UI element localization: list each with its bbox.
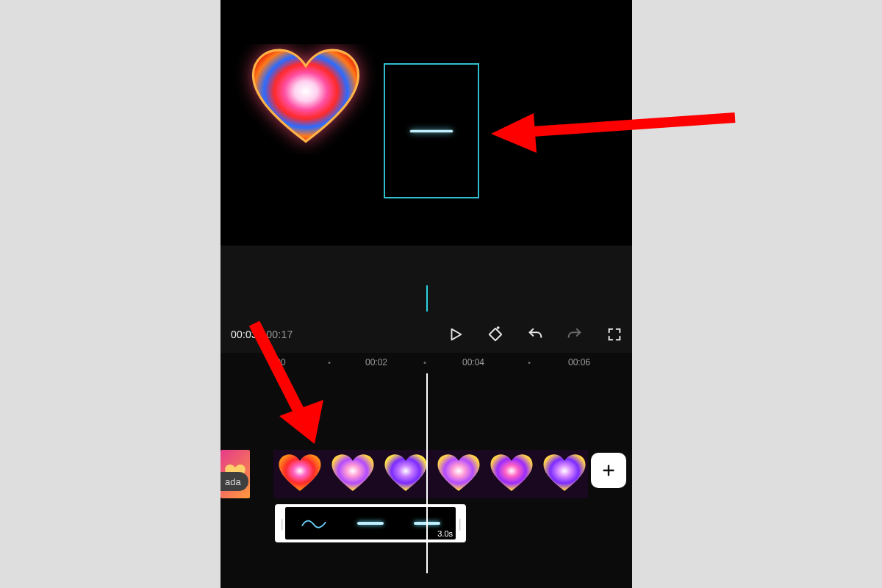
clip-trim-handle-right[interactable]: ❘ (456, 507, 463, 539)
overlay-effect-clip[interactable]: ❘ 3.0s ❘ (275, 504, 466, 542)
preview-main-media (229, 44, 382, 154)
selected-overlay-element[interactable] (384, 63, 479, 198)
effect-bar-icon (357, 522, 384, 525)
clip-thumbnail (485, 450, 538, 498)
ruler-tick: 00:04 (462, 357, 484, 368)
clip-trim-handle-left[interactable]: ❘ (278, 507, 285, 539)
play-button[interactable] (447, 326, 465, 343)
ruler-tick: 00:06 (568, 357, 590, 368)
ruler-tick: 00 (276, 357, 285, 368)
add-clip-button[interactable] (591, 453, 626, 488)
ruler-dot-icon (329, 362, 331, 364)
clip-thumbnail (432, 450, 485, 498)
playback-controls-bar: 00:03 / 00:17 (220, 316, 632, 353)
clip-thumbnail (326, 450, 379, 498)
spacer-strip (220, 245, 632, 323)
video-editor-screen: 00:03 / 00:17 (220, 0, 632, 588)
total-time: 00:17 (266, 329, 293, 340)
playhead-marker-icon (426, 285, 428, 312)
redo-button[interactable] (566, 326, 584, 343)
ruler-dot-icon (528, 362, 531, 364)
add-keyframe-button[interactable] (487, 326, 504, 343)
time-display: 00:03 / 00:17 (231, 329, 293, 340)
main-clip[interactable] (273, 450, 588, 498)
timeline-ruler[interactable]: 00 00:02 00:04 00:06 (220, 353, 632, 373)
overlay-glow-bar-icon (410, 130, 453, 132)
undo-button[interactable] (526, 326, 544, 343)
ruler-tick: 00:02 (365, 357, 387, 368)
clip-thumbnail (379, 450, 432, 498)
effect-duration-label: 3.0s (437, 529, 453, 538)
preview-canvas[interactable] (220, 0, 632, 245)
ruler-dot-icon (424, 362, 426, 364)
current-time: 00:03 (231, 329, 257, 340)
effect-squiggle-icon (301, 517, 327, 529)
heart-icon (247, 48, 365, 151)
clip-thumbnail (538, 450, 588, 498)
effect-clip-body[interactable]: 3.0s (285, 507, 456, 539)
fullscreen-button[interactable] (606, 326, 623, 343)
previous-clip-label[interactable]: ada (220, 472, 248, 491)
clip-thumbnail (273, 450, 326, 498)
playhead-line[interactable] (426, 373, 428, 573)
